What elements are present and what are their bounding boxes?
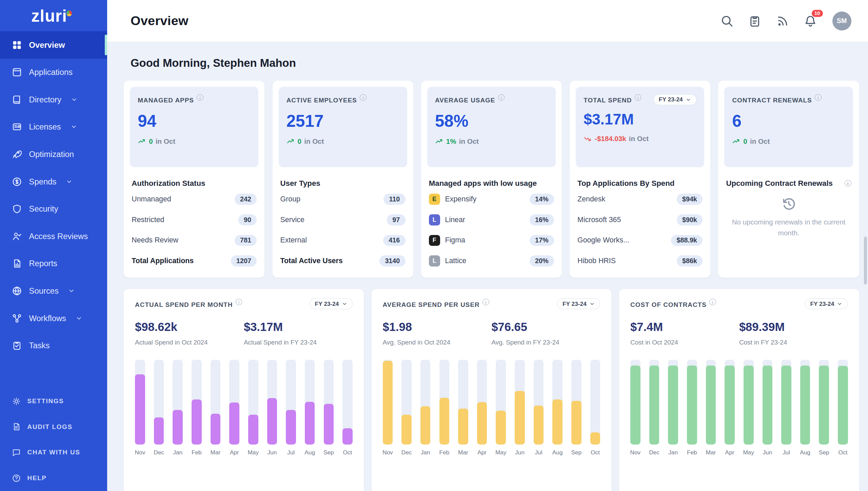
bar-fill <box>229 402 239 445</box>
bar-track[interactable] <box>324 360 334 445</box>
bar-track[interactable] <box>630 360 640 445</box>
bar-track[interactable] <box>267 360 277 445</box>
sidebar-item-reports[interactable]: Reports <box>0 250 107 277</box>
info-icon[interactable]: i <box>360 94 367 101</box>
bar-track[interactable] <box>458 360 468 445</box>
bar-track[interactable] <box>838 360 848 445</box>
bar-track[interactable] <box>286 360 296 445</box>
chevron-down-icon <box>66 178 73 185</box>
bar-track[interactable] <box>552 360 563 445</box>
row-value-pill: 110 <box>383 194 406 205</box>
bar-track[interactable] <box>534 360 544 445</box>
bar-track[interactable] <box>401 360 412 445</box>
info-icon[interactable]: i <box>635 94 642 101</box>
period-dropdown[interactable]: FY 23-24 <box>653 94 696 105</box>
bar-track[interactable] <box>744 360 754 445</box>
app-usage-row: LLattice20% <box>429 251 554 271</box>
bar-month-label: Oct <box>591 449 600 456</box>
bar-track[interactable] <box>668 360 678 445</box>
period-dropdown[interactable]: FY 23-24 <box>310 298 353 310</box>
bar-track[interactable] <box>135 360 145 445</box>
bar-track[interactable] <box>439 360 450 445</box>
rss-icon-button[interactable] <box>776 15 789 27</box>
info-icon[interactable]: i <box>236 299 242 306</box>
sidebar-item-help[interactable]: HELP <box>0 465 107 491</box>
bar-track[interactable] <box>571 360 581 445</box>
bar-track[interactable] <box>763 360 773 445</box>
info-icon[interactable]: i <box>197 94 203 101</box>
sidebar-item-licenses[interactable]: Licenses <box>0 113 107 141</box>
period-dropdown[interactable]: FY 23-24 <box>557 298 600 310</box>
bar-track[interactable] <box>173 360 183 445</box>
delta-value: -$184.03k <box>595 135 626 143</box>
bar-track[interactable] <box>342 360 353 445</box>
bar-track[interactable] <box>649 360 659 445</box>
bar-track[interactable] <box>154 360 164 445</box>
sidebar-item-overview[interactable]: Overview <box>0 31 107 59</box>
bar-track[interactable] <box>192 360 202 445</box>
row-label: Zendesk <box>577 195 605 203</box>
delta-value: 0 <box>298 137 301 145</box>
zluri-logo[interactable]: zluri <box>0 0 107 31</box>
bar-month-label: Feb <box>192 449 202 456</box>
bar-track[interactable] <box>229 360 239 445</box>
month-stat: $98.62kActual Spend in Oct 2024 <box>135 320 244 346</box>
sidebar-item-tasks[interactable]: Tasks <box>0 332 107 359</box>
sidebar-item-label: Workflows <box>29 314 66 323</box>
info-icon[interactable]: i <box>709 299 716 306</box>
bar-fill <box>800 366 810 445</box>
bar-track[interactable] <box>590 360 600 445</box>
info-icon[interactable]: i <box>498 94 505 101</box>
sidebar-item-settings[interactable]: SETTINGS <box>0 388 107 414</box>
month-stat: $1.98Avg. Spend in Oct 2024 <box>383 320 492 346</box>
dashboard-icon <box>12 40 22 50</box>
trend-up-icon <box>287 137 295 146</box>
info-icon[interactable]: i <box>845 180 851 187</box>
scrollbar-thumb[interactable] <box>864 237 867 284</box>
sidebar-item-access-reviews[interactable]: Access Reviews <box>0 222 107 250</box>
clipboard-icon-button[interactable] <box>749 15 761 27</box>
bar-track[interactable] <box>248 360 258 445</box>
info-icon[interactable]: i <box>815 94 822 101</box>
bar-track[interactable] <box>725 360 735 445</box>
sidebar-item-optimization[interactable]: Optimization <box>0 141 107 168</box>
bar-track[interactable] <box>819 360 829 445</box>
bar-fill <box>496 411 506 445</box>
card-title: AVERAGE USAGE <box>435 97 495 104</box>
card-title: AVERAGE SPEND PER USER <box>383 301 480 308</box>
bar-track[interactable] <box>383 360 393 445</box>
bar-month-label: May <box>743 449 754 456</box>
avatar[interactable]: SM <box>832 12 851 31</box>
bar-track[interactable] <box>781 360 791 445</box>
bar-fill <box>420 406 431 445</box>
bar-track[interactable] <box>496 360 506 445</box>
bar-track[interactable] <box>305 360 315 445</box>
bar-track[interactable] <box>477 360 487 445</box>
bar-track[interactable] <box>420 360 431 445</box>
search-icon-button[interactable] <box>721 15 733 27</box>
zluri-logo-text: zluri <box>31 6 67 25</box>
stat-card-body: User TypesGroup110Service97External416To… <box>273 173 413 278</box>
stat-card-average-usage: AVERAGE USAGEi58%1%in OctManaged apps wi… <box>421 81 562 278</box>
info-icon[interactable]: i <box>482 299 489 306</box>
sidebar-item-chat-with-us[interactable]: CHAT WITH US <box>0 439 107 465</box>
bar-track[interactable] <box>211 360 221 445</box>
bar-month-label: Sep <box>819 449 829 456</box>
sidebar-item-sources[interactable]: Sources <box>0 277 107 305</box>
bar-track[interactable] <box>687 360 697 445</box>
audit-logs-icon <box>12 423 21 431</box>
bar-track[interactable] <box>515 360 525 445</box>
stat-panel: CONTRACT RENEWALSi60in Oct <box>724 87 853 167</box>
bar-track[interactable] <box>800 360 810 445</box>
bell-icon-button[interactable]: 10 <box>804 15 816 27</box>
sidebar-item-workflows[interactable]: Workflows <box>0 305 107 332</box>
sidebar-item-audit-logs[interactable]: AUDIT LOGS <box>0 414 107 440</box>
bar-track[interactable] <box>706 360 716 445</box>
sidebar-item-security[interactable]: Security <box>0 195 107 223</box>
sidebar-item-directory[interactable]: Directory <box>0 86 107 113</box>
bar-column: Apr <box>725 360 735 456</box>
sidebar-item-applications[interactable]: Applications <box>0 59 107 86</box>
period-dropdown[interactable]: FY 23-24 <box>805 298 848 310</box>
bar-fill <box>725 366 735 445</box>
sidebar-item-spends[interactable]: Spends <box>0 168 107 195</box>
